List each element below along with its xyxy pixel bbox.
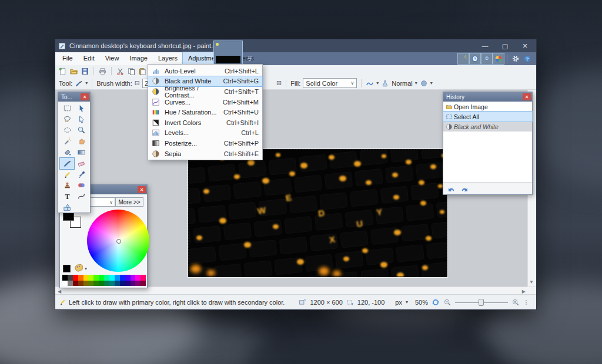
palette-swatch[interactable]: [115, 281, 120, 287]
palette-swatch[interactable]: [125, 281, 131, 287]
add-color-swatch[interactable]: [63, 265, 71, 272]
palette-swatch[interactable]: [73, 275, 78, 281]
history-window-toggle[interactable]: [470, 53, 480, 64]
title-bar[interactable]: Cinnamon desktop's keyboard shortcut.jpg…: [55, 39, 536, 52]
clone-stamp-tool[interactable]: [60, 180, 74, 191]
menu-item-sepia[interactable]: SepiaCtrl+Shift+E: [148, 149, 262, 159]
palette-swatch[interactable]: [99, 275, 104, 281]
brush-width-increase[interactable]: ⊞: [276, 79, 282, 87]
menu-item-layers[interactable]: Layers: [153, 52, 183, 65]
new-button[interactable]: [58, 67, 67, 76]
palette-icon[interactable]: [74, 264, 83, 272]
colors-window-close-icon[interactable]: ✕: [138, 186, 146, 193]
redo-button[interactable]: [460, 184, 469, 193]
palette-swatch[interactable]: [109, 275, 115, 281]
ellipse-select-tool[interactable]: [60, 125, 74, 136]
menu-item-image[interactable]: Image: [124, 52, 153, 65]
palette-swatch[interactable]: [135, 275, 141, 281]
zoom-tool[interactable]: [74, 125, 88, 136]
tool-dropdown-arrow[interactable]: ▾: [85, 80, 88, 86]
maximize-button[interactable]: ▢: [495, 39, 515, 52]
menu-item-posterize[interactable]: Posterize...Ctrl+Shift+P: [148, 138, 262, 149]
undo-button[interactable]: [447, 184, 456, 193]
settings-button[interactable]: [510, 53, 521, 64]
lasso-select-tool[interactable]: [60, 114, 74, 125]
history-window-titlebar[interactable]: History ✕: [443, 92, 532, 102]
rectangle-select-tool[interactable]: [60, 103, 74, 114]
more-button[interactable]: More >>: [115, 197, 143, 207]
palette-dropdown-arrow[interactable]: ▾: [85, 266, 87, 271]
eraser-tool[interactable]: [74, 158, 88, 169]
image-tab[interactable]: [213, 41, 243, 65]
palette-swatch[interactable]: [93, 281, 99, 287]
menu-item-hue-saturation[interactable]: Hue / Saturation...Ctrl+Shift+U: [148, 107, 262, 117]
history-item-select-all[interactable]: Select All: [443, 112, 532, 122]
line-style-dropdown-arrow[interactable]: ▾: [376, 80, 379, 86]
palette-swatch[interactable]: [115, 275, 120, 281]
pan-tool[interactable]: [74, 136, 88, 147]
blend-mode-value[interactable]: Normal: [392, 80, 412, 87]
history-item-open-image[interactable]: Open Image: [443, 102, 532, 112]
recolor-tool[interactable]: [74, 180, 88, 191]
text-tool[interactable]: [60, 191, 74, 202]
cut-button[interactable]: [116, 67, 125, 76]
antialiasing-button[interactable]: [420, 79, 428, 87]
palette-swatch[interactable]: [68, 281, 73, 287]
color-target-select[interactable]: ∨: [87, 197, 115, 207]
history-item-black-and-white[interactable]: Black and White: [443, 122, 532, 132]
palette-swatch[interactable]: [131, 275, 136, 281]
move-selection-tool[interactable]: [74, 114, 88, 125]
resize-grip[interactable]: [526, 300, 527, 305]
close-button[interactable]: ✕: [515, 39, 535, 52]
image-canvas[interactable]: EWDYUX: [188, 149, 447, 277]
zoom-fit-button[interactable]: [432, 298, 440, 306]
palette-swatch[interactable]: [141, 281, 146, 287]
palette-swatch[interactable]: [62, 275, 68, 281]
color-picker-tool[interactable]: [74, 169, 88, 180]
menu-item-brightness-contrast[interactable]: Brightness / Contrast...Ctrl+Shift+T: [148, 86, 262, 97]
gradient-tool[interactable]: [74, 147, 88, 158]
fill-style-select[interactable]: Solid Color ∨: [303, 78, 357, 88]
pencil-tool[interactable]: [60, 169, 74, 180]
copy-button[interactable]: [127, 67, 136, 76]
menu-item-view[interactable]: View: [100, 52, 125, 65]
menu-item-levels[interactable]: Levels...Ctrl+L: [148, 128, 262, 139]
tools-window-close-icon[interactable]: ✕: [81, 93, 89, 100]
print-button[interactable]: [98, 67, 107, 76]
move-selected-pixels-tool[interactable]: [74, 103, 88, 114]
palette-swatch[interactable]: [78, 275, 83, 281]
tools-window-titlebar[interactable]: To... ✕: [58, 92, 90, 102]
units-dropdown-arrow[interactable]: ▾: [406, 299, 408, 305]
blend-mode-dropdown-arrow[interactable]: ▾: [415, 80, 417, 86]
palette-swatch[interactable]: [120, 281, 125, 287]
palette-swatch[interactable]: [99, 281, 104, 287]
scroll-down-arrow[interactable]: ▼: [529, 279, 534, 285]
scroll-left-arrow[interactable]: ◀: [58, 289, 61, 294]
palette-swatch[interactable]: [93, 275, 99, 281]
palette-swatch[interactable]: [109, 281, 115, 287]
color-wheel-selector[interactable]: [116, 239, 121, 244]
line-style-button[interactable]: [366, 79, 374, 87]
minimize-button[interactable]: —: [475, 39, 495, 52]
palette-swatch[interactable]: [88, 281, 93, 287]
magic-wand-tool[interactable]: [60, 136, 74, 147]
antialiasing-dropdown-arrow[interactable]: ▾: [430, 80, 433, 86]
menu-item-invert-colors[interactable]: Invert ColorsCtrl+Shift+I: [148, 117, 262, 128]
palette-swatch[interactable]: [83, 275, 89, 281]
palette-swatch[interactable]: [125, 275, 131, 281]
palette-swatch[interactable]: [83, 281, 89, 287]
menu-item-edit[interactable]: Edit: [78, 52, 100, 65]
history-window-close-icon[interactable]: ✕: [523, 93, 531, 100]
menu-item-auto-level[interactable]: Auto-LevelCtrl+Shift+L: [148, 66, 262, 76]
colors-window-toggle[interactable]: [493, 53, 504, 64]
help-button[interactable]: [522, 53, 533, 64]
paste-button[interactable]: [138, 67, 147, 76]
paintbrush-tool[interactable]: [60, 158, 74, 169]
palette-swatch[interactable]: [88, 275, 93, 281]
palette-swatch[interactable]: [78, 281, 83, 287]
zoom-slider[interactable]: [455, 298, 508, 306]
palette-swatch[interactable]: [68, 275, 73, 281]
image-list-icon[interactable]: [246, 55, 253, 63]
save-button[interactable]: [81, 67, 89, 76]
zoom-in-button[interactable]: [511, 298, 520, 306]
